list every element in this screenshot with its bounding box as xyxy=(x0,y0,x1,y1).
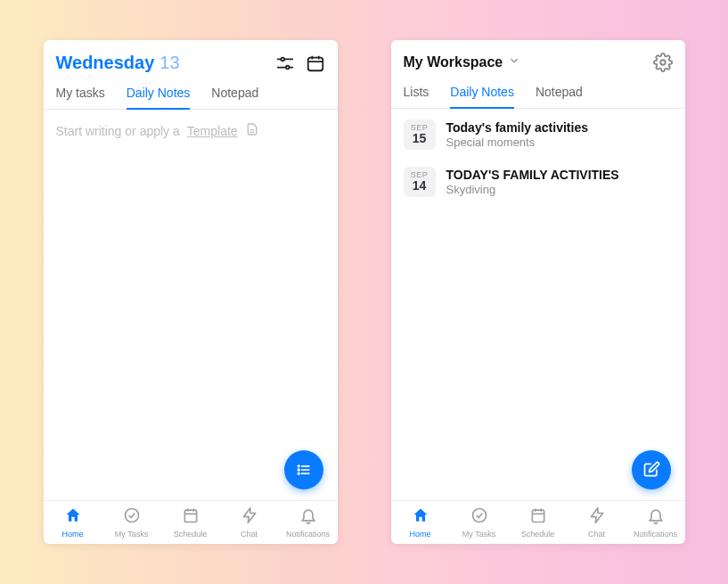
svg-rect-24 xyxy=(532,510,544,522)
nav-bolt[interactable]: Chat xyxy=(223,506,276,539)
nav-home[interactable]: Home xyxy=(394,506,447,539)
tab-daily-notes-r[interactable]: Daily Notes xyxy=(450,85,514,108)
nav-calendar[interactable]: Schedule xyxy=(511,506,565,539)
date-badge: SEP14 xyxy=(404,167,436,197)
header-actions xyxy=(275,53,325,73)
header-actions-right xyxy=(653,53,673,72)
calendar-icon xyxy=(182,506,200,528)
nav-bell[interactable]: Notifications xyxy=(282,506,335,539)
bell-icon xyxy=(647,506,665,528)
nav-check[interactable]: My Tasks xyxy=(453,506,506,539)
day-name: Wednesday xyxy=(56,53,155,73)
nav-home[interactable]: Home xyxy=(46,506,100,539)
tabs-left: My tasks Daily Notes Notepad xyxy=(44,77,338,110)
bell-icon xyxy=(299,506,317,528)
svg-point-1 xyxy=(281,57,284,61)
nav-label: Home xyxy=(61,530,83,539)
workspace-title[interactable]: My Workspace xyxy=(404,54,521,70)
fab-compose-button[interactable] xyxy=(632,450,671,489)
calendar-icon xyxy=(529,506,547,528)
header-date: Wednesday 13 xyxy=(56,53,180,73)
date-day: 15 xyxy=(404,132,436,145)
template-link[interactable]: Template xyxy=(187,124,238,138)
nav-label: Home xyxy=(409,530,430,539)
nav-label: My Tasks xyxy=(115,530,148,539)
tabs-right: Lists Daily Notes Notepad xyxy=(391,76,685,109)
gear-icon[interactable] xyxy=(653,53,673,72)
nav-bolt[interactable]: Chat xyxy=(570,506,624,539)
svg-rect-4 xyxy=(307,57,323,70)
svg-point-3 xyxy=(285,65,289,69)
bolt-icon xyxy=(241,506,258,528)
bottom-nav-left: HomeMy TasksScheduleChatNotifications xyxy=(44,500,338,544)
nav-bell[interactable]: Notifications xyxy=(629,506,683,539)
header-right: My Workspace xyxy=(391,40,685,76)
svg-rect-17 xyxy=(184,510,196,522)
svg-point-10 xyxy=(298,465,299,467)
sliders-icon[interactable] xyxy=(275,53,295,73)
svg-point-22 xyxy=(660,60,666,65)
bolt-icon xyxy=(588,506,606,528)
date-badge: SEP15 xyxy=(404,119,436,150)
svg-point-12 xyxy=(298,469,299,471)
body-left: Start writing or apply a Template xyxy=(44,110,338,500)
bottom-nav-right: HomeMy TasksScheduleChatNotifications xyxy=(391,500,685,544)
document-icon xyxy=(245,122,259,139)
note-title: TODAY'S FAMILY ACTIVITIES xyxy=(446,167,619,183)
date-day: 14 xyxy=(404,179,436,193)
day-number: 13 xyxy=(160,53,179,73)
home-icon xyxy=(412,506,429,528)
phone-right: My Workspace Lists Daily Notes Notepad S… xyxy=(391,40,685,544)
note-item[interactable]: SEP14TODAY'S FAMILY ACTIVITIESSkydiving xyxy=(391,156,685,203)
chevron-down-icon xyxy=(508,54,520,70)
body-right: SEP15Today's family activitiesSpecial mo… xyxy=(391,109,685,500)
nav-label: Chat xyxy=(588,530,605,539)
note-title: Today's family activities xyxy=(446,119,588,136)
calendar-icon[interactable] xyxy=(306,53,325,73)
check-icon xyxy=(123,506,141,528)
nav-calendar[interactable]: Schedule xyxy=(164,506,217,539)
tab-notepad[interactable]: Notepad xyxy=(211,86,258,109)
nav-check[interactable]: My Tasks xyxy=(105,506,159,539)
header-left: Wednesday 13 xyxy=(44,40,338,77)
tab-lists[interactable]: Lists xyxy=(404,85,429,108)
note-placeholder[interactable]: Start writing or apply a Template xyxy=(44,110,338,139)
nav-label: My Tasks xyxy=(462,530,495,539)
note-subtitle: Special moments xyxy=(446,136,588,151)
svg-marker-28 xyxy=(591,508,602,523)
notes-list: SEP15Today's family activitiesSpecial mo… xyxy=(391,109,685,203)
workspace-name: My Workspace xyxy=(404,54,503,70)
svg-marker-21 xyxy=(243,508,255,523)
fab-list-button[interactable] xyxy=(284,450,323,489)
nav-label: Notifications xyxy=(634,530,677,539)
nav-label: Notifications xyxy=(286,530,330,539)
phone-left: Wednesday 13 My tasks Daily Notes Notepa… xyxy=(44,40,338,544)
svg-point-14 xyxy=(298,473,299,474)
check-icon xyxy=(470,506,488,528)
nav-label: Schedule xyxy=(174,530,208,539)
nav-label: Schedule xyxy=(521,530,555,539)
note-text: TODAY'S FAMILY ACTIVITIESSkydiving xyxy=(446,167,619,198)
svg-point-23 xyxy=(472,509,486,522)
note-text: Today's family activitiesSpecial moments xyxy=(446,119,588,151)
note-subtitle: Skydiving xyxy=(446,183,619,198)
svg-point-16 xyxy=(125,509,138,522)
nav-label: Chat xyxy=(241,530,258,539)
note-item[interactable]: SEP15Today's family activitiesSpecial mo… xyxy=(391,109,685,156)
tab-notepad-r[interactable]: Notepad xyxy=(536,85,583,108)
home-icon xyxy=(64,506,82,528)
tab-daily-notes[interactable]: Daily Notes xyxy=(127,86,191,109)
placeholder-text: Start writing or apply a xyxy=(56,124,180,138)
tab-my-tasks[interactable]: My tasks xyxy=(56,86,105,109)
